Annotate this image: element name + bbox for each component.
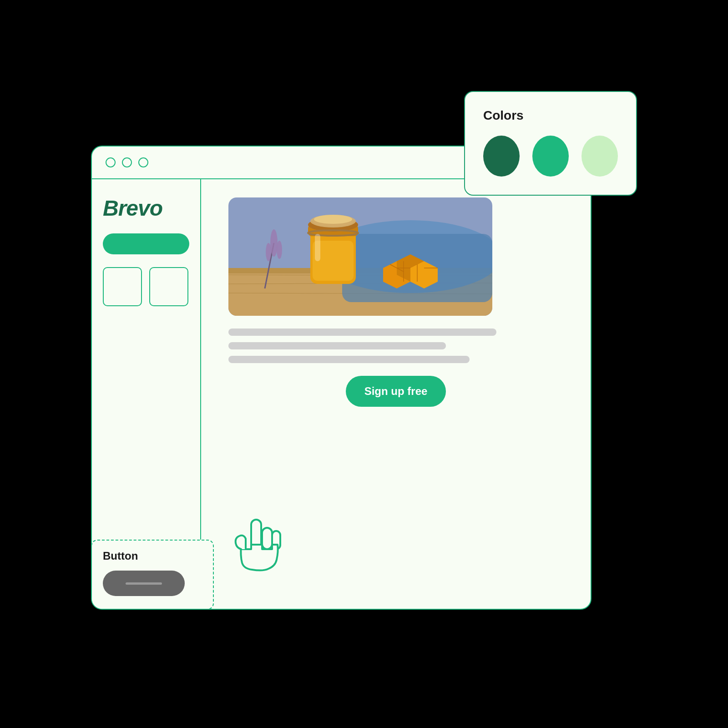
svg-rect-30: [262, 528, 272, 549]
text-line-3: [228, 356, 470, 363]
honey-image: [228, 197, 492, 316]
hand-cursor-icon: [232, 515, 282, 574]
text-line-2: [228, 342, 446, 349]
colors-panel-title: Colors: [483, 108, 618, 123]
colors-panel: Colors: [464, 91, 637, 196]
signup-button-label: Sign up free: [364, 385, 428, 398]
color-swatch-dark-green[interactable]: [483, 136, 520, 177]
browser-dot-2: [122, 157, 132, 167]
browser-window: Brevo Button: [91, 146, 592, 610]
brevo-logo: Brevo: [103, 196, 189, 221]
sidebar-nav-item[interactable]: [103, 233, 189, 254]
svg-point-17: [314, 215, 352, 224]
svg-point-10: [266, 243, 271, 261]
sidebar-boxes: [103, 267, 189, 306]
button-preview-line: [126, 582, 162, 585]
button-preview[interactable]: [103, 571, 185, 596]
sidebar-box-1: [103, 267, 142, 306]
svg-point-11: [277, 241, 282, 259]
browser-dot-3: [138, 157, 148, 167]
color-swatch-mid-green[interactable]: [532, 136, 569, 177]
color-swatch-light-green[interactable]: [581, 136, 618, 177]
browser-dot-1: [106, 157, 116, 167]
button-section-label: Button: [103, 550, 202, 562]
button-selection-box: Button: [91, 540, 214, 610]
svg-point-9: [270, 229, 278, 257]
text-lines: [228, 329, 563, 363]
scene: Colors Brevo: [91, 91, 637, 637]
browser-dots: [106, 157, 148, 167]
text-line-1: [228, 329, 496, 336]
browser-left-col: Brevo Button: [92, 179, 201, 609]
signup-button[interactable]: Sign up free: [346, 376, 446, 407]
svg-rect-20: [315, 234, 320, 261]
colors-swatches: [483, 136, 618, 177]
browser-content: Brevo Button: [92, 179, 591, 609]
sidebar-box-2: [149, 267, 188, 306]
